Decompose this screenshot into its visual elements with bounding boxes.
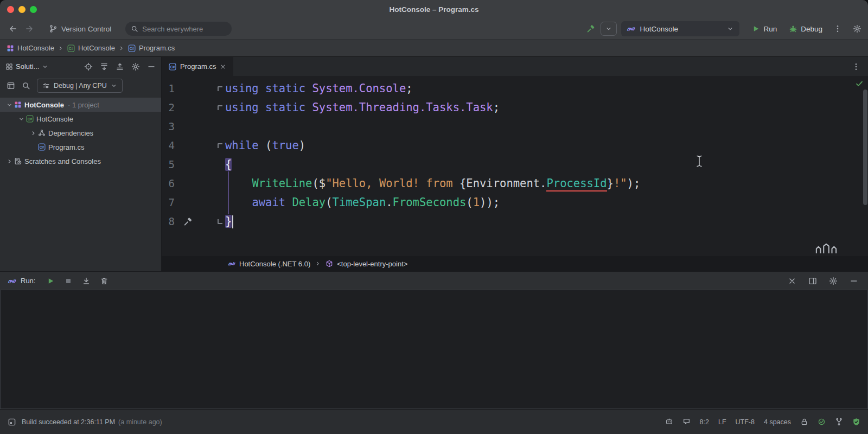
notifications-icon[interactable] — [682, 418, 691, 426]
hide-panel-button[interactable] — [147, 62, 156, 71]
code-line[interactable]: 1using static System.Console; — [162, 79, 868, 98]
breadcrumb-bar: HotConsoleC#HotConsoleC#Program.cs — [0, 39, 868, 57]
inspections-status-icon[interactable] — [818, 418, 826, 426]
traffic-lights — [7, 6, 37, 13]
editor-breadcrumb-hotconsole-net-6-0[interactable]: HotConsole (.NET 6.0) — [228, 260, 310, 268]
debug-button-label: Debug — [801, 25, 822, 33]
dependencies-icon — [38, 129, 46, 137]
breadcrumb-separator-icon — [58, 45, 64, 52]
vcs-widget[interactable]: Version Control — [49, 24, 111, 33]
code-line[interactable]: 6 WriteLine($"Hello, World! from {Enviro… — [162, 174, 868, 193]
breadcrumb-item-hotconsole[interactable]: C#HotConsole — [67, 44, 115, 52]
chevron-right-icon[interactable] — [4, 158, 14, 165]
breadcrumb-item-hotconsole[interactable]: HotConsole — [7, 44, 54, 52]
search-placeholder: Search everywhere — [142, 25, 203, 33]
editor-breadcrumb-top-level-entry-point[interactable]: <top-level-entry-point> — [326, 260, 407, 268]
caret-position[interactable]: 8:2 — [700, 418, 709, 426]
editor-breadcrumb-label: HotConsole (.NET 6.0) — [239, 260, 310, 268]
tool-windows-icon[interactable] — [8, 418, 16, 426]
solution-icon — [7, 44, 14, 52]
chevron-down-icon[interactable] — [4, 101, 14, 108]
solution-tree: HotConsole· 1 projectC#HotConsoleDepende… — [0, 95, 161, 271]
editor-widget-icon[interactable] — [815, 242, 838, 254]
code-line[interactable]: 3 — [162, 117, 868, 136]
code-text: using static System.Threading.Tasks.Task… — [225, 98, 500, 117]
fold-marker-icon[interactable] — [218, 86, 222, 91]
code-line[interactable]: 5{ — [162, 155, 868, 174]
expand-all-button[interactable] — [100, 62, 108, 71]
line-number: 6 — [162, 174, 175, 193]
tree-item-hotconsole[interactable]: C#HotConsole — [0, 112, 161, 126]
breadcrumb-item-program-cs[interactable]: C#Program.cs — [128, 44, 175, 52]
editor-tab-bar: C# Program.cs — [162, 57, 868, 76]
debug-button[interactable]: Debug — [789, 24, 822, 33]
hammer-icon[interactable] — [181, 217, 194, 226]
run-console-output[interactable] — [0, 290, 868, 409]
minimize-panel-button[interactable] — [850, 277, 858, 285]
csproj-icon: C# — [67, 44, 75, 52]
tree-item-hotconsole[interactable]: HotConsole· 1 project — [0, 98, 161, 112]
fork-icon[interactable] — [835, 418, 843, 426]
rerun-button[interactable] — [46, 277, 55, 285]
code-token: Environment — [466, 177, 540, 190]
chevron-right-icon[interactable] — [28, 130, 38, 137]
run-options-button[interactable] — [829, 277, 838, 285]
bug-icon — [789, 24, 797, 33]
build-status-message[interactable]: Build succeeded at 2:36:11 PM(a minute a… — [22, 418, 162, 426]
back-button[interactable] — [9, 24, 17, 33]
run-config-select[interactable]: HotConsole — [621, 21, 739, 36]
code-line[interactable]: 4while (true) — [162, 136, 868, 155]
tree-search-button[interactable] — [22, 81, 30, 90]
code-token — [225, 196, 252, 209]
more-actions-button[interactable] — [833, 24, 842, 33]
chevron-down-icon[interactable] — [42, 63, 48, 70]
tab-options-button[interactable] — [852, 62, 860, 71]
scroll-to-end-button[interactable] — [82, 277, 91, 285]
collapse-all-button[interactable] — [116, 62, 124, 71]
minimize-window-button[interactable] — [18, 6, 25, 13]
code-text: while (true) — [225, 136, 305, 155]
solution-view-selector[interactable]: Soluti... — [16, 62, 39, 71]
fold-marker-icon[interactable] — [218, 143, 222, 148]
build-solution-button[interactable] — [586, 24, 595, 33]
ide-settings-button[interactable] — [853, 24, 861, 33]
clear-console-button[interactable] — [100, 277, 108, 285]
solution-board-icon[interactable] — [7, 81, 15, 90]
zoom-window-button[interactable] — [30, 6, 37, 13]
tree-item-suffix: · 1 project — [68, 101, 99, 109]
trust-shield-icon[interactable] — [852, 418, 860, 426]
file-encoding[interactable]: UTF-8 — [736, 418, 755, 426]
close-panel-button[interactable] — [788, 277, 796, 285]
locate-file-button[interactable] — [84, 62, 93, 71]
chevron-down-icon[interactable] — [16, 116, 26, 123]
build-config-select[interactable]: Debug | Any CPU — [37, 79, 123, 93]
config-list-button[interactable] — [601, 22, 617, 36]
forward-button[interactable] — [25, 24, 34, 33]
close-window-button[interactable] — [7, 6, 14, 13]
search-everywhere[interactable]: Search everywhere — [125, 22, 232, 36]
fold-marker-icon[interactable] — [218, 105, 222, 110]
code-token: 1 — [473, 196, 480, 209]
tree-item-scratches-and-consoles[interactable]: Scratches and Consoles — [0, 154, 161, 168]
tree-item-dependencies[interactable]: Dependencies — [0, 126, 161, 140]
code-token: ( — [466, 196, 473, 209]
ai-assistant-icon[interactable] — [665, 418, 673, 426]
tree-item-program-cs[interactable]: C#Program.cs — [0, 140, 161, 154]
line-separator[interactable]: LF — [718, 418, 726, 426]
fold-marker-icon[interactable] — [218, 219, 222, 224]
tab-program-cs[interactable]: C# Program.cs — [162, 57, 233, 76]
close-tab-icon[interactable] — [220, 63, 226, 70]
panel-options-button[interactable] — [131, 62, 140, 71]
main-toolbar: Version Control Search everywhere HotCon… — [0, 18, 868, 39]
code-line[interactable]: 7 await Delay(TimeSpan.FromSeconds(1)); — [162, 193, 868, 212]
indent-style[interactable]: 4 spaces — [764, 418, 791, 426]
editor-scrollbar[interactable] — [863, 90, 867, 205]
code-editor[interactable]: 1using static System.Console;2using stat… — [162, 76, 868, 256]
inspections-ok-icon[interactable] — [855, 79, 864, 88]
code-line[interactable]: 8} — [162, 212, 868, 231]
stop-button[interactable] — [64, 277, 73, 285]
code-line[interactable]: 2using static System.Threading.Tasks.Tas… — [162, 98, 868, 117]
run-button[interactable]: Run — [751, 24, 777, 33]
layout-settings-button[interactable] — [808, 277, 817, 285]
readonly-lock-icon[interactable] — [800, 418, 808, 426]
